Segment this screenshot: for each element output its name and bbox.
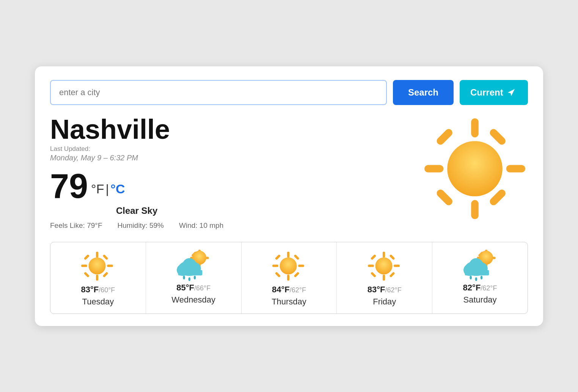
svg-rect-48 xyxy=(389,254,395,260)
forecast-day: 84°F/62°F Thursday xyxy=(242,242,337,314)
svg-point-32 xyxy=(188,277,191,281)
svg-point-51 xyxy=(375,257,392,274)
svg-rect-30 xyxy=(178,270,203,275)
forecast-day-label: Tuesday xyxy=(82,297,114,307)
svg-rect-17 xyxy=(103,271,109,278)
forecast-day-label: Wednesday xyxy=(171,295,215,305)
forecast-icon xyxy=(272,249,306,285)
svg-point-42 xyxy=(280,257,297,274)
svg-rect-12 xyxy=(82,265,88,267)
forecast-day-label: Friday xyxy=(373,297,396,307)
svg-rect-6 xyxy=(488,127,507,146)
location-info: Nashville Last Updated: Monday, May 9 – … xyxy=(50,116,223,239)
wind: Wind: 10 mph xyxy=(179,221,223,230)
location-arrow-icon xyxy=(507,88,515,97)
svg-point-65 xyxy=(475,277,477,281)
svg-rect-39 xyxy=(294,254,300,260)
forecast-low: /62°F xyxy=(481,284,497,292)
forecast-low: /60°F xyxy=(99,286,115,294)
temperature-units: °F | °C xyxy=(91,182,125,196)
last-updated-label: Last Updated: xyxy=(50,145,223,153)
humidity: Humidity: 59% xyxy=(118,221,164,230)
forecast-low: /62°F xyxy=(290,286,306,294)
forecast-icon xyxy=(174,249,212,283)
forecast-high: 82°F xyxy=(463,283,481,292)
svg-rect-34 xyxy=(287,251,289,257)
forecast-day: 83°F/62°F Friday xyxy=(337,242,432,314)
current-weather-icon xyxy=(422,116,528,222)
forecast-temp: 85°F/66°F xyxy=(176,283,210,293)
temperature-row: 79 °F | °C xyxy=(50,169,223,203)
forecast-temp: 84°F/62°F xyxy=(272,285,306,295)
forecast-day: 82°F/62°F Saturday xyxy=(432,242,528,314)
svg-rect-47 xyxy=(370,254,376,260)
weather-condition: Clear Sky xyxy=(50,205,223,216)
svg-rect-41 xyxy=(294,271,300,278)
svg-rect-15 xyxy=(103,254,109,260)
weather-card: Search Current Nashville Last Updated: M… xyxy=(35,66,543,326)
svg-rect-49 xyxy=(370,271,376,278)
svg-rect-4 xyxy=(506,165,525,172)
svg-rect-3 xyxy=(424,165,443,172)
svg-point-31 xyxy=(183,276,185,279)
current-location-button[interactable]: Current xyxy=(460,80,528,105)
svg-rect-13 xyxy=(107,265,113,267)
svg-rect-40 xyxy=(275,271,281,278)
svg-point-64 xyxy=(470,276,472,279)
forecast-high: 84°F xyxy=(272,285,290,294)
svg-rect-43 xyxy=(383,251,385,257)
unit-divider: | xyxy=(105,182,109,196)
forecast-icon xyxy=(81,249,115,285)
forecast-grid: 83°F/60°F Tuesday 85°F/66°F xyxy=(50,242,528,314)
forecast-icon xyxy=(368,249,402,285)
forecast-temp: 82°F/62°F xyxy=(463,283,497,293)
forecast-low: /66°F xyxy=(194,284,210,292)
forecast-high: 83°F xyxy=(368,285,385,294)
forecast-temp: 83°F/62°F xyxy=(368,285,402,295)
svg-point-18 xyxy=(89,257,106,274)
city-name: Nashville xyxy=(50,116,223,143)
svg-rect-35 xyxy=(287,274,289,281)
svg-rect-11 xyxy=(96,274,98,281)
unit-fahrenheit[interactable]: °F xyxy=(91,182,104,196)
unit-celsius[interactable]: °C xyxy=(110,182,125,196)
forecast-high: 85°F xyxy=(176,283,194,292)
svg-point-33 xyxy=(194,276,196,279)
svg-point-9 xyxy=(447,141,503,196)
location-row: Nashville Last Updated: Monday, May 9 – … xyxy=(50,116,528,239)
forecast-icon xyxy=(461,249,499,283)
svg-rect-63 xyxy=(465,270,489,275)
temperature-value: 79 xyxy=(50,169,88,203)
svg-rect-5 xyxy=(435,127,454,146)
svg-rect-36 xyxy=(272,265,278,267)
forecast-low: /62°F xyxy=(385,286,402,294)
svg-rect-2 xyxy=(471,200,479,219)
svg-rect-1 xyxy=(471,118,479,137)
svg-marker-0 xyxy=(508,89,515,96)
svg-rect-16 xyxy=(84,271,90,278)
svg-rect-7 xyxy=(435,188,454,206)
weather-details: Feels Like: 79°F Humidity: 59% Wind: 10 … xyxy=(50,221,223,230)
forecast-temp: 83°F/60°F xyxy=(81,285,115,295)
feels-like: Feels Like: 79°F xyxy=(50,221,102,230)
svg-rect-10 xyxy=(96,251,98,257)
svg-rect-45 xyxy=(368,265,374,267)
last-updated-value: Monday, May 9 – 6:32 PM xyxy=(50,154,223,162)
forecast-day: 83°F/60°F Tuesday xyxy=(50,242,146,314)
svg-point-66 xyxy=(480,276,482,279)
svg-rect-37 xyxy=(298,265,304,267)
svg-rect-46 xyxy=(394,265,400,267)
search-input[interactable] xyxy=(50,80,387,105)
search-button[interactable]: Search xyxy=(393,80,454,105)
svg-rect-50 xyxy=(389,271,395,278)
svg-rect-14 xyxy=(84,254,90,260)
forecast-high: 83°F xyxy=(81,285,99,294)
current-label: Current xyxy=(470,87,503,98)
forecast-day: 85°F/66°F Wednesday xyxy=(146,242,242,314)
search-row: Search Current xyxy=(50,80,528,105)
svg-rect-44 xyxy=(383,274,385,281)
forecast-day-label: Saturday xyxy=(463,295,497,305)
svg-rect-38 xyxy=(275,254,281,260)
forecast-day-label: Thursday xyxy=(272,297,306,307)
